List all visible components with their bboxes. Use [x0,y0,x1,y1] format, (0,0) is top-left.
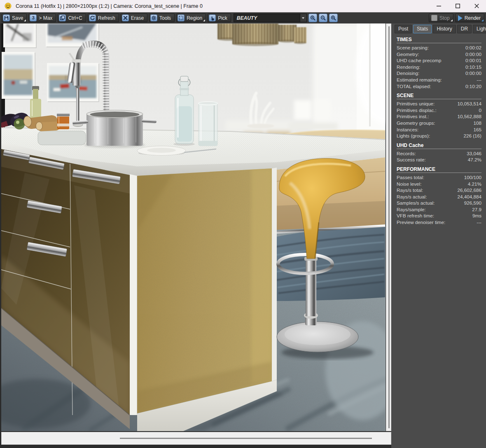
tab-post[interactable]: Post [395,25,412,33]
erase-label: Erase [131,15,144,21]
stat-label: Rays/s actual: [397,194,427,200]
stat-row: Success rate:47.2% [397,156,481,163]
horizontal-scrollbar-thumb[interactable] [120,438,372,439]
stat-value: 27.9 [472,206,481,213]
stat-row: VFB refresh time:9ms [397,212,481,219]
stat-row: TOTAL elapsed:0:10:20 [397,83,481,90]
save-icon [3,14,10,21]
stat-label: Geometry: [397,51,419,58]
max-button[interactable]: 3 > Max [28,14,56,22]
tab-lightmix[interactable]: LightMix [473,25,486,33]
vertical-scrollbar[interactable] [386,23,391,431]
render-label: Render [465,15,481,21]
render-viewport[interactable] [1,23,386,431]
stat-value: 26,602,686 [458,187,482,194]
stat-value: 0:00:01 [465,57,481,64]
stat-value: 33,046 [467,150,481,157]
refresh-button[interactable]: Refresh [88,14,119,22]
copy-button[interactable]: Ctrl+C [58,14,86,22]
corona-app-icon [5,2,12,9]
stat-label: TOTAL elapsed: [397,83,431,90]
stat-label: Scene parsing: [397,44,429,51]
stat-value: 0:10:20 [465,83,481,90]
stat-row: UHD cache precomp0:00:01 [397,57,481,64]
stat-row: Geometry:0:00:00 [397,51,481,58]
stats-section-scene: SCENE Primitives unique:10,053,514Primit… [397,93,481,139]
tools-label: Tools [159,15,171,21]
stop-button[interactable]: Stop [429,14,453,22]
plate [137,146,186,156]
stat-label: UHD cache precomp [397,57,441,64]
stat-value: --- [477,219,481,226]
region-label: Region [187,15,202,21]
stat-row: Lights (groups):226 (16) [397,133,481,139]
stats-section-times: TIMES Scene parsing:0:00:02Geometry:0:00… [397,37,481,89]
stats-section-performance: PERFORMANCE Passes total:100/100Noise le… [397,166,481,226]
stat-row: Denoising:0:00:00 [397,70,481,77]
stat-label: Denoising: [397,70,419,77]
section-title: SCENE [397,93,481,99]
render-menu-corner [481,19,484,21]
stat-value: 10,562,888 [458,113,482,120]
zoom-in-button[interactable] [308,14,317,22]
stat-value: 100/100 [464,174,481,181]
refresh-icon [89,14,96,21]
channel-dropdown-arrow[interactable] [300,14,306,22]
stop-icon [431,15,437,21]
zoom-reset-button[interactable] [329,14,338,22]
zoom-out-button[interactable] [319,14,327,22]
horizontal-scrollbar[interactable] [1,432,391,445]
stat-row: Estimated remaining:--- [397,77,481,83]
stat-row: Rays/s actual:24,404,884 [397,194,481,200]
stat-row: Instances:165 [397,126,481,133]
channel-value: BEAUTY [234,14,300,22]
stat-value: 165 [473,126,481,133]
render-icon [458,15,463,21]
stat-row: Noise level:4.21% [397,181,481,187]
max-icon-number: 3 [32,16,35,20]
tools-button[interactable]: Tools [149,14,175,22]
stat-label: Primitives inst.: [397,113,429,120]
stop-menu-corner [451,19,453,21]
tab-history[interactable]: History [433,25,456,33]
copy-icon [59,14,66,21]
close-button[interactable] [467,0,486,12]
stat-label: Preview denoiser time: [397,219,445,226]
stat-row: Preview denoiser time:--- [397,219,481,226]
channel-select[interactable]: BEAUTY [234,14,307,22]
stat-label: VFB refresh time: [397,212,434,219]
stat-value: 926,590 [464,200,481,206]
zoom-in-icon [310,15,316,21]
tools-icon [150,14,157,21]
spice-jar [57,112,70,129]
zoom-reset-icon [330,15,336,21]
stat-label: Instances: [397,126,418,133]
stat-row: Rendering:0:10:15 [397,64,481,70]
tab-dr[interactable]: DR [457,25,472,33]
stat-value: 226 (16) [463,133,481,139]
erase-button[interactable]: Erase [121,14,147,22]
stat-row: Geometry groups:108 [397,120,481,126]
region-button[interactable]: Region [176,14,206,22]
stat-label: Passes total: [397,174,424,181]
vertical-scrollbar-thumb[interactable] [388,26,390,428]
stat-value: 0:00:00 [465,70,481,77]
save-button[interactable]: Save [2,14,27,22]
tab-stats[interactable]: Stats [413,25,432,33]
pick-button[interactable]: Pick [208,14,231,22]
stat-value: --- [477,77,481,83]
stat-label: Geometry groups: [397,120,435,126]
stat-label: Estimated remaining: [397,77,442,83]
stats-section-uhd-cache: UHD Cache Records:33,046Success rate:47.… [397,142,481,163]
stat-value: 108 [473,120,481,126]
render-button[interactable]: Render [455,14,484,22]
maximize-icon [456,4,460,8]
maximize-button[interactable] [448,0,467,12]
main-area: Post Stats History DR LightMix TIMES Sce… [0,23,486,448]
stat-value: 47.2% [468,156,481,163]
toolbar: Save 3 > Max Ctrl+C Refresh Erase [0,12,486,23]
minimize-button[interactable] [429,0,448,12]
stat-row: Records:33,046 [397,150,481,157]
stat-row: Scene parsing:0:00:02 [397,44,481,51]
titlebar[interactable]: Corona 11 (Hotfix 1) | 2800×2100px (1:2)… [0,0,486,12]
